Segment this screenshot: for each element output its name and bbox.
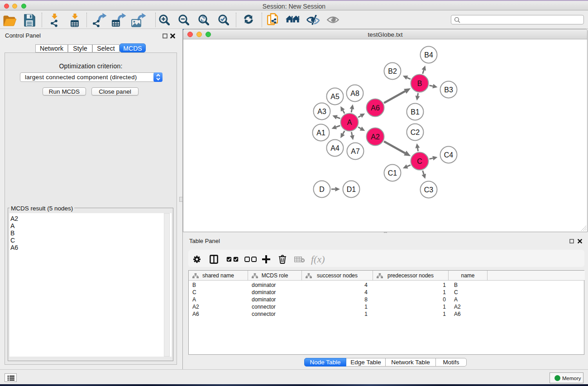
svg-text:A2: A2 bbox=[371, 133, 380, 141]
svg-text:A1: A1 bbox=[316, 129, 325, 137]
svg-text:A8: A8 bbox=[350, 90, 359, 97]
svg-text:D: D bbox=[319, 186, 325, 193]
svg-text:C4: C4 bbox=[444, 151, 454, 159]
svg-text:A3: A3 bbox=[317, 108, 326, 115]
svg-text:C1: C1 bbox=[388, 169, 397, 177]
svg-text:D1: D1 bbox=[347, 186, 356, 193]
svg-text:A: A bbox=[347, 119, 352, 126]
svg-text:C3: C3 bbox=[424, 186, 434, 194]
svg-text:C2: C2 bbox=[411, 129, 420, 136]
svg-text:A6: A6 bbox=[371, 104, 380, 112]
svg-text:B1: B1 bbox=[411, 108, 420, 116]
svg-text:B2: B2 bbox=[388, 67, 397, 75]
svg-text:A7: A7 bbox=[351, 148, 360, 155]
svg-text:B4: B4 bbox=[424, 51, 433, 59]
svg-text:B3: B3 bbox=[444, 86, 453, 94]
svg-text:A4: A4 bbox=[330, 144, 339, 152]
svg-text:C: C bbox=[417, 157, 422, 165]
svg-text:A5: A5 bbox=[330, 93, 339, 100]
svg-text:B: B bbox=[417, 80, 422, 87]
